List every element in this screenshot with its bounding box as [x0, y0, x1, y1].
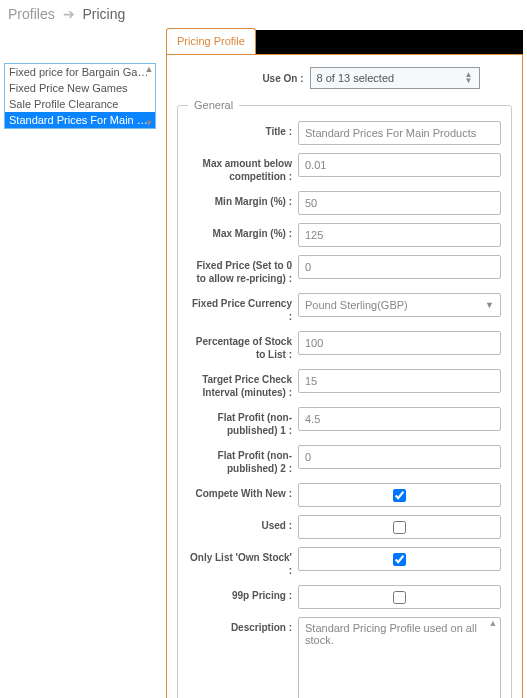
description-label: Description :	[188, 617, 298, 634]
general-fieldset: General Title : Max amount below competi…	[177, 99, 512, 698]
breadcrumb: Profiles ➔ Pricing	[0, 0, 527, 28]
fixed-price-input[interactable]	[298, 255, 501, 279]
pricing-99p-checkbox[interactable]	[393, 591, 406, 604]
fixed-currency-label: Fixed Price Currency :	[188, 293, 298, 323]
use-on-value: 8 of 13 selected	[317, 72, 395, 84]
description-textarea[interactable]	[298, 617, 501, 698]
min-margin-label: Min Margin (%) :	[188, 191, 298, 208]
updown-icon: ▲▼	[465, 72, 473, 84]
title-label: Title :	[188, 121, 298, 138]
pct-stock-input[interactable]	[298, 331, 501, 355]
only-own-stock-label: Only List 'Own Stock' :	[188, 547, 298, 577]
pricing-99p-label: 99p Pricing :	[188, 585, 298, 602]
flat-profit-2-label: Flat Profit (non-published) 2 :	[188, 445, 298, 475]
tab-pricing-profile[interactable]: Pricing Profile	[166, 28, 256, 54]
scroll-up-icon[interactable]: ▲	[143, 64, 155, 74]
pricing-profile-panel: Use On : 8 of 13 selected ▲▼ General Tit…	[166, 55, 523, 698]
tab-blackbar	[256, 30, 523, 54]
use-on-select[interactable]: 8 of 13 selected ▲▼	[310, 67, 480, 89]
only-own-stock-checkbox[interactable]	[393, 553, 406, 566]
use-on-label: Use On :	[210, 73, 310, 84]
title-input[interactable]	[298, 121, 501, 145]
compete-new-checkbox[interactable]	[393, 489, 406, 502]
listbox-scrollbar[interactable]: ▲ ▼	[143, 64, 155, 128]
max-below-comp-input[interactable]	[298, 153, 501, 177]
profile-list-item[interactable]: Fixed price for Bargain Games	[5, 64, 155, 80]
fixed-price-label: Fixed Price (Set to 0 to allow re-pricin…	[188, 255, 298, 285]
chevron-right-icon: ➔	[63, 6, 75, 22]
breadcrumb-parent[interactable]: Profiles	[8, 6, 55, 22]
price-check-int-input[interactable]	[298, 369, 501, 393]
fixed-currency-select[interactable]: Pound Sterling(GBP) ▼	[298, 293, 501, 317]
profile-list-item[interactable]: Fixed Price New Games	[5, 80, 155, 96]
scroll-down-icon[interactable]: ▼	[143, 118, 155, 128]
breadcrumb-current: Pricing	[82, 6, 125, 22]
max-margin-label: Max Margin (%) :	[188, 223, 298, 240]
profile-listbox[interactable]: Fixed price for Bargain GamesFixed Price…	[4, 63, 156, 129]
used-label: Used :	[188, 515, 298, 532]
max-below-comp-label: Max amount below competition :	[188, 153, 298, 183]
min-margin-input[interactable]	[298, 191, 501, 215]
scroll-up-icon[interactable]: ▲	[486, 618, 500, 628]
profile-list-item[interactable]: Sale Profile Clearance	[5, 96, 155, 112]
max-margin-input[interactable]	[298, 223, 501, 247]
textarea-scrollbar[interactable]: ▲ ▼	[486, 618, 500, 698]
profile-list-item[interactable]: Standard Prices For Main Products	[5, 112, 155, 128]
pct-stock-label: Percentage of Stock to List :	[188, 331, 298, 361]
flat-profit-1-input[interactable]	[298, 407, 501, 431]
price-check-int-label: Target Price Check Interval (minutes) :	[188, 369, 298, 399]
caret-down-icon: ▼	[485, 300, 494, 310]
profile-list-sidebar: Fixed price for Bargain GamesFixed Price…	[4, 63, 156, 129]
general-legend: General	[188, 99, 239, 111]
used-checkbox[interactable]	[393, 521, 406, 534]
tabs: Pricing Profile	[166, 28, 523, 55]
flat-profit-1-label: Flat Profit (non-published) 1 :	[188, 407, 298, 437]
compete-new-label: Compete With New :	[188, 483, 298, 500]
fixed-currency-value: Pound Sterling(GBP)	[305, 299, 408, 311]
flat-profit-2-input[interactable]	[298, 445, 501, 469]
